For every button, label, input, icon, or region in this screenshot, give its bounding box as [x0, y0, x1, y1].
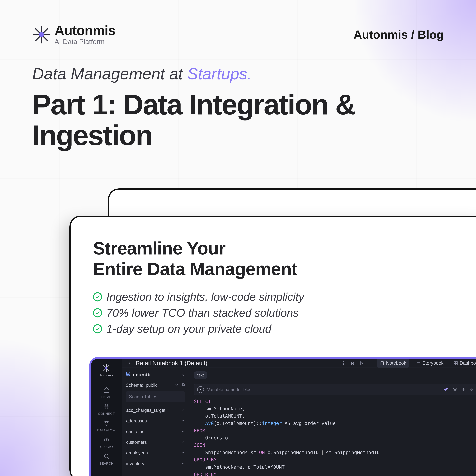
table-row[interactable]: employees [126, 448, 185, 458]
rail-label: CONNECT [98, 412, 115, 416]
chevron-down-icon[interactable] [181, 408, 185, 413]
svg-rect-10 [417, 362, 420, 364]
back-icon[interactable] [127, 360, 132, 366]
card-heading-line1: Streamline Your [93, 238, 225, 258]
move-up-icon[interactable] [461, 387, 466, 392]
table-row[interactable]: inventory [126, 458, 185, 469]
rail-label: DATAFLOW [97, 428, 116, 432]
chevron-down-icon[interactable] [181, 450, 185, 456]
app-rail: Autonmis HOMECONNECTDATAFLOWSTUDIOSEARCH [91, 359, 122, 476]
brand-name: Autonmis [54, 24, 115, 37]
svg-point-8 [343, 364, 344, 365]
schema-label: Schema: [126, 383, 143, 388]
chevron-down-icon[interactable] [175, 383, 179, 388]
chevron-down-icon[interactable] [181, 429, 185, 434]
table-name: addresses [126, 418, 147, 424]
svg-point-0 [39, 32, 44, 37]
svg-point-15 [127, 372, 130, 373]
cell-tag[interactable]: text [194, 371, 207, 379]
bullet-item: 1-day setup on your private cloud [93, 323, 471, 335]
dataflow-icon [103, 420, 110, 427]
table-row[interactable]: customers [126, 437, 185, 448]
table-row[interactable]: addresses [126, 416, 185, 426]
table-name: customers [126, 440, 147, 445]
notebook-title: Retail Notebook 1 (Default) [136, 360, 207, 367]
cell-header: Variable name for bloc [194, 384, 476, 395]
tab-dashboard[interactable]: Dashboard [450, 359, 476, 368]
svg-point-7 [343, 363, 344, 364]
svg-point-18 [454, 389, 456, 390]
chevron-down-icon[interactable] [181, 418, 185, 424]
run-all-icon[interactable] [359, 360, 364, 366]
tab-storybook-label: Storybook [422, 360, 443, 366]
rail-item-dataflow[interactable]: DATAFLOW [97, 420, 116, 432]
brand-logo: Autonmis AI Data Platform [32, 24, 115, 46]
home-icon [103, 387, 110, 394]
schema-row[interactable]: Schema: public [126, 383, 185, 388]
rail-brand-label: Autonmis [100, 373, 113, 377]
table-name: inventory [126, 461, 144, 466]
db-name: neondb [133, 372, 151, 377]
bullet-item: Ingestion to insights, low-code simplici… [93, 290, 471, 303]
breadcrumb[interactable]: Autonmis / Blog [354, 28, 444, 41]
db-node[interactable]: neondb [126, 372, 185, 378]
brand-mark-icon [32, 25, 51, 44]
search-tables-input[interactable]: Search Tables [126, 391, 185, 402]
copy-icon[interactable] [181, 383, 185, 388]
rail-item-search[interactable]: SEARCH [97, 453, 116, 465]
brand-tagline: AI Data Platform [54, 38, 115, 46]
svg-rect-9 [381, 362, 384, 365]
rail-item-studio[interactable]: STUDIO [97, 437, 116, 449]
check-icon [93, 324, 102, 333]
table-row[interactable]: cartitems [126, 426, 185, 437]
svg-rect-17 [182, 383, 184, 385]
tab-storybook[interactable]: Storybook [413, 359, 447, 368]
svg-rect-16 [183, 384, 185, 386]
connect-icon [103, 403, 110, 410]
rail-logo[interactable]: Autonmis [100, 364, 113, 377]
more-icon[interactable] [341, 360, 346, 366]
schema-value: public [146, 383, 157, 388]
table-row[interactable]: acc_charges_target [126, 405, 185, 416]
card-heading-line2: Entire Data Management [93, 259, 297, 279]
editor: text Variable name for bloc SELECT sm.Me… [189, 368, 476, 476]
svg-point-5 [104, 454, 108, 458]
svg-rect-11 [454, 362, 455, 363]
chevron-down-icon[interactable] [181, 461, 185, 466]
schema-tree: neondb Schema: public Search Tables acc_… [122, 368, 189, 476]
app-topbar: Retail Notebook 1 (Default) Notebook Sto… [122, 359, 476, 368]
rail-item-home[interactable]: HOME [97, 387, 116, 399]
table-name: employees [126, 450, 148, 456]
variable-name-input[interactable]: Variable name for bloc [207, 387, 252, 392]
chevron-down-icon[interactable] [181, 440, 185, 445]
svg-point-1 [105, 367, 107, 369]
move-down-icon[interactable] [469, 387, 474, 392]
tab-notebook[interactable]: Notebook [377, 359, 409, 368]
variables-icon[interactable] [350, 360, 355, 366]
rail-label: SEARCH [99, 462, 113, 465]
tab-notebook-label: Notebook [386, 360, 406, 366]
table-name: cartitems [126, 429, 144, 434]
magic-icon[interactable] [444, 387, 449, 392]
chevron-left-icon[interactable] [182, 372, 185, 377]
kicker-accent: Startups. [187, 65, 252, 83]
bullet-item: 70% lower TCO than stacked solutions [93, 306, 471, 319]
kicker: Data Management at Startups. [32, 65, 444, 83]
sql-code[interactable]: SELECT sm.MethodName, o.TotalAMOUNT, AVG… [194, 398, 476, 476]
studio-icon [103, 437, 110, 444]
kicker-prefix: Data Management at [32, 65, 187, 83]
eye-icon[interactable] [453, 387, 457, 392]
svg-rect-13 [454, 363, 455, 365]
table-name: acc_charges_target [126, 408, 165, 413]
bullet-text: 70% lower TCO than stacked solutions [106, 306, 299, 319]
page-title: Part 1: Data Integration & Ingestion [32, 89, 444, 151]
svg-rect-12 [456, 362, 458, 363]
rail-item-connect[interactable]: CONNECT [97, 403, 116, 416]
run-cell-button[interactable] [197, 386, 204, 393]
search-icon [103, 453, 110, 460]
check-icon [93, 292, 102, 302]
rail-label: STUDIO [100, 445, 113, 449]
tab-dashboard-label: Dashboard [460, 360, 476, 366]
rail-label: HOME [102, 395, 112, 399]
bullet-text: Ingestion to insights, low-code simplici… [106, 290, 304, 303]
